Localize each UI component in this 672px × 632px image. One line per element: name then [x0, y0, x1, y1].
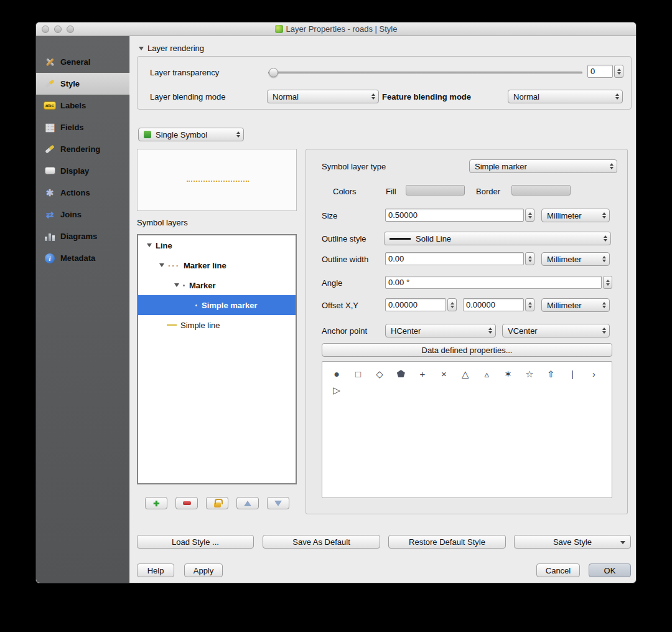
tree-item-label: Marker — [189, 281, 216, 290]
symbol-layers-tree: Line Marker line Marker Simple marker Si… — [137, 234, 297, 484]
anchor-vertical-select[interactable]: VCenter — [502, 324, 610, 337]
feature-blending-mode-select[interactable]: Normal — [508, 90, 623, 103]
sidebar-item-fields[interactable]: Fields — [36, 116, 129, 138]
tree-item-marker-line[interactable]: Marker line — [138, 255, 296, 275]
move-layer-down-button[interactable] — [267, 497, 289, 509]
size-input[interactable] — [385, 209, 524, 222]
size-stepper[interactable] — [525, 209, 534, 222]
feature-blending-mode-label: Feature blending mode — [382, 92, 471, 101]
shape-cross[interactable]: × — [434, 366, 453, 382]
shape-equilateral-triangle[interactable]: ▵ — [477, 366, 496, 382]
expand-triangle-icon[interactable] — [147, 243, 152, 247]
shape-line[interactable]: | — [563, 366, 582, 382]
shape-diamond[interactable]: ◇ — [370, 366, 389, 382]
button-label: Apply — [194, 566, 214, 575]
titlebar[interactable]: Layer Properties - roads | Style — [36, 22, 636, 36]
diagrams-icon — [44, 230, 56, 243]
sidebar-item-rendering[interactable]: Rendering — [36, 138, 129, 160]
tree-item-line[interactable]: Line — [138, 235, 296, 255]
angle-stepper[interactable] — [603, 276, 612, 289]
fill-color-swatch[interactable] — [406, 185, 465, 196]
save-as-default-button[interactable]: Save As Default — [263, 535, 380, 549]
sidebar-item-diagrams[interactable]: Diagrams — [36, 225, 129, 247]
arrow-down-icon — [274, 501, 282, 506]
select-value: HCenter — [391, 326, 421, 336]
general-icon — [44, 56, 56, 68]
load-style-button[interactable]: Load Style ... — [137, 535, 254, 549]
symbol-renderer-select[interactable]: Single Symbol — [138, 128, 244, 141]
sidebar-item-actions[interactable]: Actions — [36, 182, 129, 204]
add-symbol-layer-button[interactable] — [145, 497, 167, 509]
sidebar-item-style[interactable]: Style — [36, 73, 129, 95]
restore-default-style-button[interactable]: Restore Default Style — [388, 535, 506, 549]
sidebar-item-display[interactable]: Display — [36, 160, 129, 182]
ok-button[interactable]: OK — [589, 564, 631, 577]
button-label: Save Style — [553, 537, 592, 547]
lock-symbol-layer-button[interactable] — [206, 497, 228, 509]
anchor-horizontal-select[interactable]: HCenter — [385, 324, 496, 337]
select-value: VCenter — [508, 326, 538, 336]
shape-pentagon[interactable] — [391, 366, 410, 382]
sidebar-item-label: Labels — [60, 101, 86, 110]
shape-star[interactable]: ☆ — [520, 366, 539, 382]
collapse-triangle-icon — [139, 47, 144, 50]
shape-arrowhead[interactable]: ▷ — [327, 382, 346, 399]
transparency-stepper[interactable] — [614, 65, 623, 78]
border-color-swatch[interactable] — [511, 185, 571, 196]
shape-square[interactable]: □ — [348, 366, 367, 382]
help-button[interactable]: Help — [137, 564, 174, 577]
sidebar-item-joins[interactable]: Joins — [36, 204, 129, 225]
layer-blending-mode-select[interactable]: Normal — [267, 90, 379, 103]
angle-label: Angle — [322, 278, 342, 288]
window-title: Layer Properties - roads | Style — [36, 22, 636, 35]
expand-triangle-icon[interactable] — [174, 283, 179, 287]
qgis-icon — [275, 25, 283, 33]
simple-marker-icon — [195, 304, 197, 306]
border-label: Border — [476, 187, 500, 196]
metadata-icon — [44, 252, 56, 265]
select-value: Millimeter — [547, 301, 582, 310]
sidebar-item-labels[interactable]: Labels — [36, 95, 129, 116]
layer-rendering-toggle[interactable]: Layer rendering — [139, 44, 204, 53]
symbol-layer-type-select[interactable]: Simple marker — [469, 159, 617, 173]
outline-style-select[interactable]: Solid Line — [384, 232, 611, 245]
select-value: Solid Line — [416, 234, 451, 243]
data-defined-properties-button[interactable]: Data defined properties... — [322, 343, 612, 357]
tree-item-marker[interactable]: Marker — [138, 275, 296, 295]
offset-y-input[interactable] — [463, 298, 524, 311]
expand-triangle-icon[interactable] — [159, 263, 164, 267]
offset-x-stepper[interactable] — [447, 298, 457, 311]
shape-triangle[interactable]: △ — [456, 366, 475, 382]
arrow-up-icon — [244, 501, 251, 506]
offset-unit-select[interactable]: Millimeter — [541, 298, 610, 312]
shape-star-thin[interactable]: ✶ — [499, 366, 518, 382]
offset-x-input[interactable] — [385, 298, 446, 311]
shape-circle[interactable]: ● — [327, 366, 346, 382]
joins-icon — [44, 209, 56, 221]
rendering-icon — [44, 143, 56, 156]
cancel-button[interactable]: Cancel — [536, 564, 580, 577]
outline-width-stepper[interactable] — [525, 252, 534, 265]
remove-symbol-layer-button[interactable] — [175, 497, 198, 509]
outline-width-input[interactable] — [385, 252, 524, 265]
shape-chevron[interactable]: › — [584, 366, 603, 382]
tree-item-simple-marker[interactable]: Simple marker — [138, 295, 296, 315]
save-style-button[interactable]: Save Style — [514, 535, 631, 549]
size-unit-select[interactable]: Millimeter — [541, 209, 610, 222]
transparency-value-input[interactable] — [587, 65, 613, 78]
angle-input[interactable] — [385, 276, 602, 289]
layer-transparency-slider[interactable] — [268, 72, 582, 74]
move-layer-up-button[interactable] — [236, 497, 259, 509]
offset-y-stepper[interactable] — [525, 298, 534, 311]
sidebar-item-metadata[interactable]: Metadata — [36, 247, 129, 269]
shape-plus[interactable]: + — [413, 366, 432, 382]
marker-shape-palette: ● □ ◇ + × △ ▵ ✶ ☆ ⇧ | › ▷ — [322, 361, 612, 498]
outline-width-unit-select[interactable]: Millimeter — [541, 252, 610, 266]
button-label: Help — [147, 566, 164, 575]
shape-arrow-up[interactable]: ⇧ — [542, 366, 561, 382]
slider-thumb[interactable] — [269, 68, 278, 77]
sidebar-item-general[interactable]: General — [36, 51, 129, 73]
tree-item-simple-line[interactable]: Simple line — [138, 315, 296, 335]
apply-button[interactable]: Apply — [184, 564, 223, 577]
marker-line-icon — [168, 261, 184, 270]
